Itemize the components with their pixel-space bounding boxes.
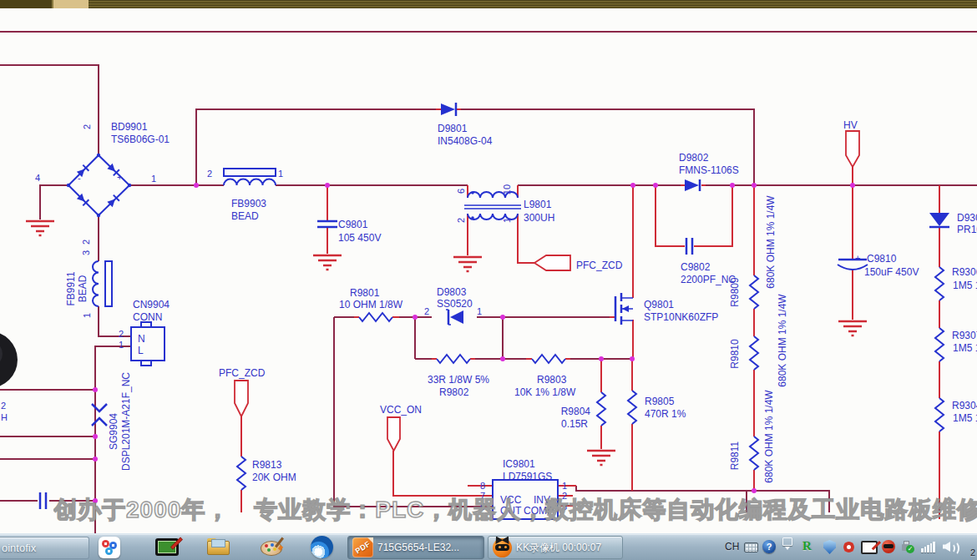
schematic-label: C9810 xyxy=(867,253,897,265)
resistor-r9802 xyxy=(437,355,470,363)
mosfet-q9801 xyxy=(615,293,633,325)
schematic-label: R9805 xyxy=(645,396,675,407)
show-hidden-icons-button[interactable] xyxy=(782,537,792,546)
schematic-label: 150uF 450V xyxy=(864,266,919,278)
schematic-label: 10 OHM 1/8W xyxy=(339,299,403,310)
schematic-label: 1 xyxy=(477,306,482,316)
hv-arrow xyxy=(846,131,859,167)
schematic-label: + xyxy=(855,253,860,263)
schematic-label: 3 xyxy=(81,250,91,255)
schematic-label: R9809 xyxy=(729,277,741,307)
capacitor-c9801 xyxy=(317,221,337,227)
tray-icon-kk-recorder[interactable] xyxy=(882,540,895,553)
pfc-zcd-arrow xyxy=(534,255,570,270)
diode-d9801 xyxy=(441,103,456,116)
schematic-label: 2 xyxy=(424,306,429,316)
resistor-r9809 xyxy=(750,275,758,309)
tray-ime-indicator[interactable]: CH xyxy=(725,541,739,552)
schematic-label: D930 xyxy=(957,212,977,224)
help-icon[interactable]: ? xyxy=(762,540,776,553)
kk-eye-icon xyxy=(499,546,501,548)
schematic-label: TS6B06G-01 xyxy=(111,134,170,145)
resistor-r9805 xyxy=(628,391,636,424)
volume-icon[interactable] xyxy=(943,541,959,552)
usb-check-icon: ✓ xyxy=(906,545,914,553)
schematic-label: + xyxy=(117,172,122,182)
resistor-r9811 xyxy=(750,436,758,470)
pinned-icon-paint[interactable] xyxy=(261,537,282,556)
schematic-label: IN5408G-04 xyxy=(438,135,493,147)
schematic-label: 2 xyxy=(1,401,6,411)
pinned-icon-pointofix[interactable] xyxy=(155,538,179,556)
signal-bar xyxy=(921,548,924,552)
taskbar-button-pdf-viewer[interactable]: PDF 715G5654-LE32... xyxy=(347,536,484,559)
diode-d9802 xyxy=(685,179,700,191)
bridge-rectifier xyxy=(67,154,131,217)
tray-icon-pointofix[interactable] xyxy=(861,541,878,554)
schematic-label: FB9911 xyxy=(65,271,77,305)
signal-bar xyxy=(927,545,929,552)
desktop-screen: BD9901TS6B06G-01241-+23FB9911BEAD121FB99… xyxy=(0,0,977,560)
schematic-label: C9802 xyxy=(681,261,711,273)
schematic-label: 2 xyxy=(82,124,92,129)
brush-tip-icon xyxy=(278,545,283,550)
pinned-icon-explorer[interactable] xyxy=(207,538,230,556)
schematic-label: 33R 1/8W 5% xyxy=(428,374,489,386)
pinned-icon-capture-app[interactable] xyxy=(99,537,120,558)
clock-partial: 2 xyxy=(970,547,975,557)
tray-icon-usb[interactable]: ✓ xyxy=(902,541,911,551)
schematic-label: 470R 1% xyxy=(645,408,686,420)
schematic-label: 2 xyxy=(119,329,124,339)
folder-doc-icon xyxy=(211,539,225,547)
schematic-label: R9811 xyxy=(729,441,741,470)
capacitor-c9810 xyxy=(838,260,868,270)
schematic-label: R9804 xyxy=(561,406,591,417)
schematic-label: D9803 xyxy=(437,286,467,298)
schematic-label: PFC_ZCD xyxy=(219,367,266,379)
network-signal-icon[interactable] xyxy=(921,541,935,552)
signal-bar xyxy=(924,547,927,552)
schematic-label: BEAD xyxy=(77,275,89,302)
taskbar-button-screen-recorder[interactable]: KK录像机 00:00:07 xyxy=(488,536,623,559)
schematic-label: R9810 xyxy=(729,339,741,369)
resistor-r9804 xyxy=(597,392,605,426)
schematic-label: PFC_ZCD xyxy=(576,260,623,271)
schematic-label: 1M5 1 xyxy=(953,412,977,424)
webcam-overlay xyxy=(0,331,18,388)
schematic-label: 680K OHM 1% 1/4W xyxy=(763,390,775,483)
capacitor-c9802 xyxy=(686,238,692,255)
tray-icon-security-shield[interactable] xyxy=(823,540,836,554)
schematic-label: R9803 xyxy=(537,374,567,386)
schematic-label: 1 xyxy=(502,218,512,223)
vcc-on-arrow xyxy=(387,417,400,451)
speaker-wave-icon xyxy=(949,541,959,556)
schematic-label: 1 xyxy=(278,169,283,179)
schematic-label: 1 xyxy=(151,174,156,184)
schematic-label: H xyxy=(1,412,8,422)
tray-icon-r[interactable]: R xyxy=(802,539,812,553)
schematic-canvas: BD9901TS6B06G-01241-+23FB9911BEAD121FB99… xyxy=(0,0,977,534)
ferrite-bead-fb9903 xyxy=(224,169,276,185)
schematic-label: L xyxy=(138,345,144,356)
schematic-label: 8 xyxy=(480,481,485,491)
spark-gap-sg9904 xyxy=(92,404,107,426)
recorder-window-title: KK录像机 00:00:07 xyxy=(516,541,601,555)
pointofix-taskbar-button[interactable]: ointofix xyxy=(0,537,89,559)
schematic-wires xyxy=(0,32,977,534)
schematic-label: 1 xyxy=(82,313,92,318)
ferrite-bead-fb9911 xyxy=(93,261,112,306)
pdf-icon-text: PDF xyxy=(352,539,373,557)
tray-icon-flower[interactable] xyxy=(843,542,854,552)
pinned-icon-browser[interactable] xyxy=(311,536,333,558)
schematic-label: 1 xyxy=(562,481,567,491)
keyboard-icon[interactable] xyxy=(744,542,758,552)
schematic-label: 1 xyxy=(119,340,124,350)
resistor-r9306 xyxy=(935,267,944,300)
schematic-label: 0.15R xyxy=(561,418,588,430)
resistor-r9810 xyxy=(750,336,758,370)
schematic-label: 1M5 1 xyxy=(953,280,977,291)
schematic-label: 6 xyxy=(456,189,466,194)
junction-dots xyxy=(93,183,855,503)
resistor-r9304 xyxy=(935,398,944,431)
kk-eye-icon xyxy=(504,546,507,548)
